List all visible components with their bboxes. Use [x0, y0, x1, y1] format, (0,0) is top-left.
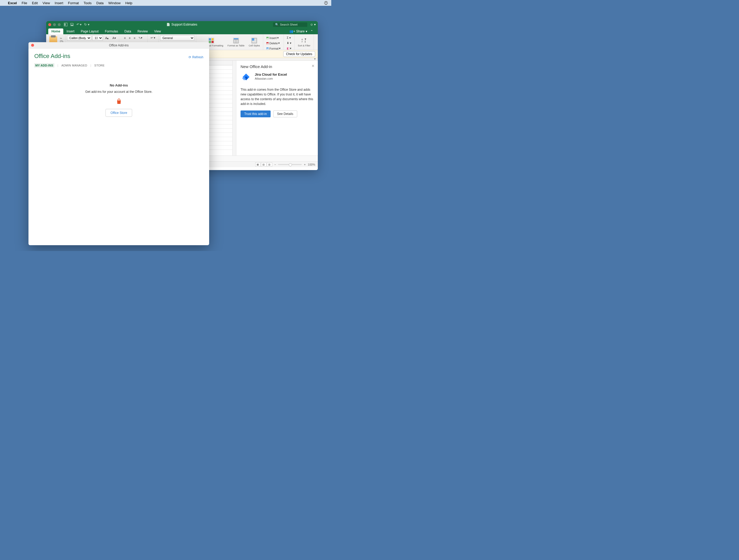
addin-description: This add-in comes from the Office Store …: [241, 87, 314, 106]
wrap-text-icon[interactable]: ↩ ▾: [149, 35, 157, 40]
orientation-icon[interactable]: ⤡▾: [137, 35, 144, 40]
empty-state-subtitle: Get add-ins for your account at the Offi…: [34, 90, 203, 94]
insert-cells-button[interactable]: ⬒ Insert ▾: [265, 35, 280, 40]
format-cells-button[interactable]: ⬒ Format ▾: [265, 46, 282, 51]
app-name[interactable]: Excel: [8, 1, 17, 5]
svg-point-1: [325, 2, 326, 3]
menu-help[interactable]: Help: [125, 1, 132, 5]
office-store-button[interactable]: Office Store: [106, 109, 132, 117]
tab-store[interactable]: STORE: [95, 64, 105, 67]
menu-tools[interactable]: Tools: [84, 1, 92, 5]
undo-icon[interactable]: ↶ ▾: [77, 23, 82, 26]
zoom-in-button[interactable]: +: [304, 163, 305, 166]
autosave-icon[interactable]: [64, 23, 67, 26]
menu-file[interactable]: File: [22, 1, 27, 5]
tab-insert[interactable]: Insert: [63, 28, 78, 34]
menu-window[interactable]: Window: [108, 1, 121, 5]
svg-rect-9: [209, 38, 211, 40]
dialog-close-button[interactable]: [31, 44, 34, 47]
autosum-button[interactable]: Σ ▾: [285, 35, 292, 40]
addin-name: Jira Cloud for Excel: [255, 72, 287, 76]
jira-icon: [241, 72, 252, 83]
tab-view[interactable]: View: [151, 28, 164, 34]
decrease-font-icon[interactable]: A▾: [111, 35, 117, 41]
tab-page-layout[interactable]: Page Layout: [78, 28, 102, 34]
trust-addin-button[interactable]: Trust this add-in: [241, 111, 271, 117]
menu-insert[interactable]: Insert: [54, 1, 63, 5]
share-button[interactable]: 👥+ Share ▾ ⌃: [287, 28, 316, 34]
svg-rect-12: [211, 41, 213, 43]
redo-icon[interactable]: ↻ ▾: [84, 23, 89, 26]
page-break-view-icon[interactable]: ▥: [267, 162, 272, 167]
conditional-formatting-icon: [208, 37, 214, 44]
normal-view-icon[interactable]: ▦: [255, 162, 261, 167]
zoom-slider[interactable]: [278, 164, 302, 165]
tab-admin-managed[interactable]: ADMIN MANAGED: [61, 64, 87, 67]
clear-button[interactable]: ◧ ▾: [285, 46, 293, 51]
menu-data[interactable]: Data: [96, 1, 103, 5]
close-icon[interactable]: ✕: [311, 64, 315, 68]
font-size-select[interactable]: 11: [92, 35, 103, 41]
share-label: Share: [296, 29, 305, 33]
cut-icon[interactable]: ✂: [60, 37, 63, 40]
font-name-select[interactable]: Calibri (Body): [67, 35, 91, 41]
office-addins-dialog: Office Add-ins Office Add-ins ⟳ Refresh …: [28, 42, 209, 245]
align-middle-icon[interactable]: ≡: [128, 35, 132, 40]
tab-my-addins[interactable]: MY ADD-INS: [34, 63, 54, 67]
menubar-status-icon[interactable]: [324, 1, 328, 5]
zoom-out-button[interactable]: −: [274, 163, 276, 166]
number-format-select[interactable]: General: [160, 35, 194, 41]
dialog-heading: Office Add-ins: [34, 53, 203, 59]
zoom-level[interactable]: 100%: [308, 163, 315, 166]
fill-button[interactable]: ⬇ ▾: [285, 41, 293, 46]
svg-rect-4: [71, 25, 73, 26]
tab-home[interactable]: Home: [48, 28, 63, 34]
share-icon: 👥+: [289, 29, 295, 33]
window-close-button[interactable]: [48, 23, 51, 26]
menu-view[interactable]: View: [42, 1, 50, 5]
check-for-updates-button[interactable]: Check for Updates: [283, 51, 315, 57]
tab-separator: |: [91, 64, 91, 67]
increase-font-icon[interactable]: A▴: [104, 35, 110, 41]
vertical-scrollbar[interactable]: [232, 61, 236, 156]
save-icon[interactable]: [70, 23, 74, 26]
tab-data[interactable]: Data: [121, 28, 134, 34]
dialog-titlebar: Office Add-ins: [28, 42, 209, 48]
eraser-icon: ◧: [287, 47, 289, 50]
see-details-button[interactable]: See Details: [273, 111, 297, 117]
sort-filter-label: Sort & Filter: [298, 44, 310, 47]
tab-formulas[interactable]: Formulas: [102, 28, 121, 34]
search-sheet-input[interactable]: 🔍 Search Sheet: [273, 22, 307, 27]
new-addin-sidepanel: New Office Add-in ✕ Jira Cloud for Excel…: [236, 61, 318, 156]
mac-menubar: Excel File Edit View Insert Format Tools…: [0, 0, 331, 6]
svg-rect-18: [252, 38, 254, 41]
align-top-icon[interactable]: ≡: [123, 35, 127, 40]
format-as-table-icon: [233, 37, 239, 44]
menu-format[interactable]: Format: [68, 1, 79, 5]
svg-rect-2: [64, 23, 67, 26]
refresh-icon: ⟳: [188, 55, 191, 59]
window-minimize-button[interactable]: [53, 23, 56, 26]
format-as-table-label: Format as Table: [228, 44, 245, 47]
tab-review[interactable]: Review: [134, 28, 151, 34]
doc-icon: [167, 23, 170, 26]
align-bottom-icon[interactable]: ≡: [132, 35, 137, 40]
sort-filter-button[interactable]: AZ Sort & Filter: [296, 37, 312, 47]
menu-edit[interactable]: Edit: [32, 1, 38, 5]
cell-styles-label: Cell Styles: [249, 44, 260, 47]
page-layout-view-icon[interactable]: ▤: [261, 162, 266, 167]
search-placeholder: Search Sheet: [280, 23, 297, 26]
delete-cells-button[interactable]: ⬒ Delete ▾: [265, 41, 281, 46]
svg-text:Z: Z: [301, 40, 303, 43]
refresh-button[interactable]: ⟳ Refresh: [188, 55, 203, 59]
dialog-window-title: Office Add-ins: [109, 43, 128, 47]
format-icon: ⬒: [266, 47, 269, 50]
chevron-down-icon[interactable]: ▼: [314, 57, 316, 60]
window-zoom-button[interactable]: [58, 23, 61, 26]
collapse-ribbon-icon[interactable]: ⌃: [310, 29, 313, 33]
smiley-feedback-icon[interactable]: ☺ ▾: [310, 23, 316, 26]
format-as-table-button[interactable]: Format as Table: [226, 37, 246, 47]
cell-styles-button[interactable]: Cell Styles: [247, 37, 262, 47]
svg-rect-14: [234, 39, 239, 43]
svg-rect-3: [64, 23, 65, 26]
